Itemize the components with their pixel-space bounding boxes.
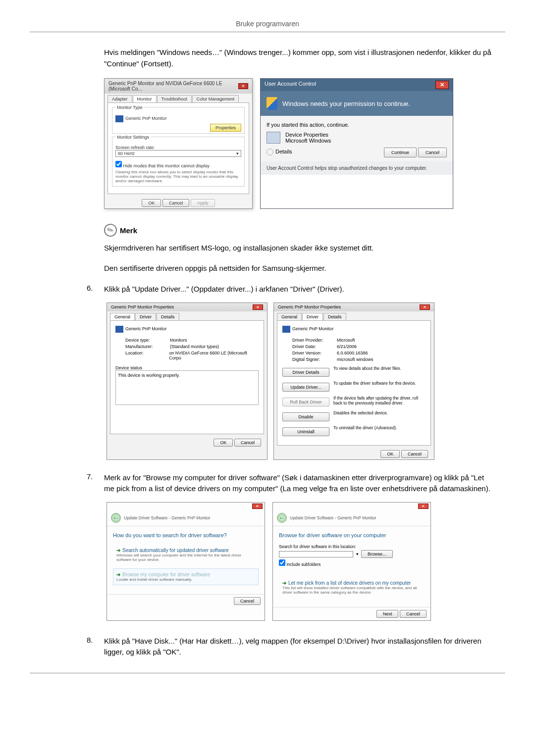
step6-text: Klikk på "Update Driver..." (Oppdater dr… [104,284,495,295]
uac-started-text: If you started this action, continue. [267,122,447,128]
include-subfolders-checkbox[interactable] [279,559,285,566]
close-icon[interactable]: ✕ [435,81,449,89]
monitor-icon [282,326,290,333]
cancel-button[interactable]: Cancel [401,450,428,458]
option-title: Browse my computer for driver software [122,572,210,577]
driver-details-desc: To view details about the driver files. [333,366,426,371]
path-input[interactable] [279,551,353,557]
uac-title-text: User Account Control [265,81,316,89]
chevron-down-icon: ▾ [236,151,239,156]
footer-divider [30,673,505,673]
tab-adapter[interactable]: Adapter [107,95,132,102]
option-title: Search automatically for updated driver … [122,548,229,553]
refresh-rate-value: 60 Hertz [118,151,135,156]
uac-details-link[interactable]: Details [275,149,292,154]
refresh-rate-label: Screen refresh rate: [115,145,241,150]
close-icon[interactable]: ✕ [253,304,263,310]
device-status-label: Device status [115,365,259,370]
cancel-button[interactable]: Cancel [234,597,261,605]
browse-button[interactable]: Browse... [361,550,393,558]
chevron-down-icon[interactable]: ▾ [356,552,359,556]
close-icon[interactable]: ✕ [420,304,430,310]
next-button[interactable]: Next [376,610,399,618]
tab-details[interactable]: Details [323,313,346,320]
version-label: Driver Version: [292,351,337,355]
note-line-1: Skjermdriveren har sertifisert MS-logo, … [104,243,495,254]
properties-button[interactable]: Properties [210,124,241,132]
include-subfolders-label: Include subfolders [286,562,321,567]
step8-text: Klikk på "Have Disk..." (Har Har diskett… [104,636,495,658]
cancel-button[interactable]: Cancel [162,199,189,207]
tab-driver[interactable]: Driver [135,313,156,320]
driver-details-button[interactable]: Driver Details [282,368,329,377]
wizard-option-pick[interactable]: ➔Let me pick from a list of device drive… [279,577,425,598]
manufacturer-label: Manufacturer: [125,344,170,349]
uac-footer-text: User Account Control helps stop unauthor… [261,161,453,175]
date-value: 6/21/2006 [337,344,357,349]
monitor-name: Generic PnP Monitor [125,116,166,121]
back-icon[interactable]: ← [277,513,287,523]
dialog-title-text: Generic PnP Monitor Properties [111,304,174,310]
monitor-settings-label: Monitor Settings [115,135,151,140]
monitor-icon [115,326,123,333]
device-icon [267,132,280,144]
monitor-type-label: Monitor Type [115,105,144,110]
pencil-icon: ✎ [102,221,119,239]
ok-button[interactable]: OK [142,199,161,207]
device-type-label: Device type: [125,338,170,343]
wizard-heading: Browse for driver software on your compu… [279,532,425,538]
wizard-option-browse[interactable]: ➔Browse my computer for driver software … [113,568,259,585]
tab-color-management[interactable]: Color Management [192,95,239,102]
step-number: 8. [87,636,104,658]
update-driver-desc: To update the driver software for this d… [333,381,426,386]
screenshot-row-2: Generic PnP Monitor Properties ✕ General… [107,302,495,460]
uninstall-button[interactable]: Uninstall [282,427,329,436]
back-icon[interactable]: ← [111,513,121,523]
cancel-button[interactable]: Cancel [418,148,447,157]
wizard-breadcrumb: Update Driver Software - Generic PnP Mon… [124,515,211,520]
version-value: 6.0.6000.16386 [337,351,368,355]
wizard-breadcrumb: Update Driver Software - Generic PnP Mon… [290,515,376,520]
tab-general[interactable]: General [277,313,302,320]
hide-modes-checkbox[interactable] [115,161,122,167]
chevron-down-icon[interactable] [267,149,273,155]
close-icon[interactable]: ✕ [418,504,428,509]
update-driver-wizard-2: ✕ ← Update Driver Software - Generic PnP… [272,502,431,621]
close-icon[interactable]: ✕ [238,83,248,89]
close-icon[interactable]: ✕ [252,504,263,509]
tab-monitor[interactable]: Monitor [133,95,157,102]
intro-paragraph: Hvis meldingen "Windows needs…" (Windows… [104,47,495,69]
monitor-properties-general: Generic PnP Monitor Properties ✕ General… [107,302,268,460]
uac-dialog: User Account Control ✕ Windows needs you… [260,78,453,209]
arrow-icon: ➔ [282,580,286,586]
wizard-option-auto[interactable]: ➔Search automatically for updated driver… [113,544,259,565]
date-label: Driver Date: [292,344,337,349]
monitor-properties-driver: Generic PnP Monitor Properties ✕ General… [273,302,434,460]
cancel-button[interactable]: Cancel [234,439,261,447]
ok-button[interactable]: OK [380,450,400,458]
tab-details[interactable]: Details [157,313,179,320]
device-status-box: This device is working properly. [115,370,259,405]
step-number: 7. [87,472,104,495]
dialog-title-text: Generic PnP Monitor Properties [278,304,341,310]
signer-label: Digital Signer: [292,357,337,362]
option-title: Let me pick from a list of device driver… [288,580,411,586]
tab-general[interactable]: General [110,313,135,320]
rollback-desc: If the device fails after updating the d… [333,396,426,405]
cancel-button[interactable]: Cancel [400,610,427,618]
update-driver-button[interactable]: Update Driver... [282,383,329,392]
note-line-2: Den sertifiserte driveren oppgis på nett… [104,263,495,274]
tab-troubleshoot[interactable]: Troubleshoot [157,95,192,102]
tab-driver[interactable]: Driver [302,313,323,320]
ok-button[interactable]: OK [214,439,233,447]
page-title: Bruke programvaren [30,20,505,32]
disable-button[interactable]: Disable [282,412,329,421]
option-desc: Windows will search your computer and th… [116,553,255,562]
continue-button[interactable]: Continue [384,148,417,157]
note-title: Merk [120,226,137,235]
refresh-rate-select[interactable]: 60 Hertz ▾ [115,150,241,157]
provider-label: Driver Provider: [292,338,337,343]
device-type-value: Monitors [170,338,187,343]
uac-windows-text: Microsoft Windows [285,138,331,144]
screenshot-row-3: ✕ ← Update Driver Software - Generic PnP… [107,502,495,621]
